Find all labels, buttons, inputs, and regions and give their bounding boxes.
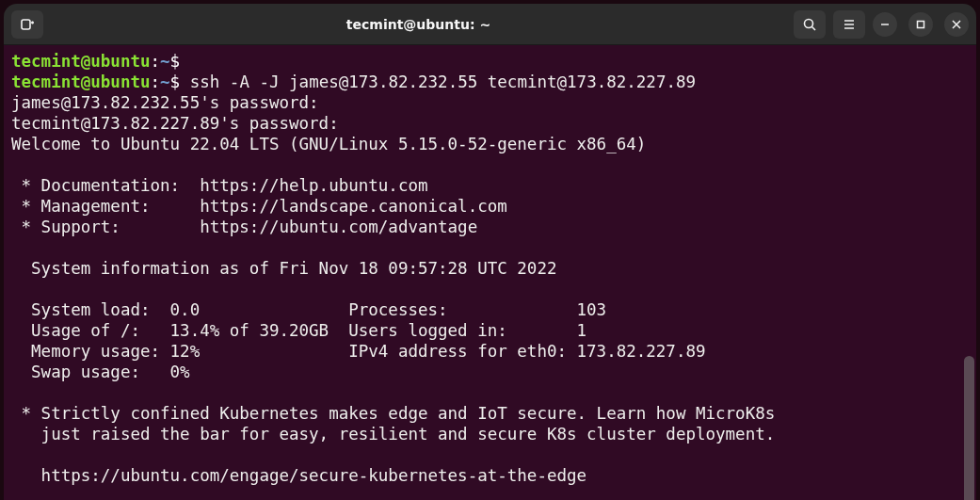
output-line: james@173.82.232.55's password: [11, 92, 969, 113]
titlebar: tecmint@ubuntu: ~ [4, 4, 976, 45]
svg-rect-2 [918, 21, 924, 27]
output-line: System information as of Fri Nov 18 09:5… [11, 258, 969, 279]
maximize-icon [916, 20, 925, 29]
output-line: just raised the bar for easy, resilient … [11, 424, 969, 444]
prompt-user: tecmint@ubuntu [11, 52, 151, 71]
terminal-output[interactable]: tecmint@ubuntu:~$ tecmint@ubuntu:~$ ssh … [4, 45, 976, 500]
output-line: tecmint@173.82.227.89's password: [11, 113, 969, 134]
scrollbar[interactable] [964, 356, 974, 500]
prompt-line: tecmint@ubuntu:~$ [11, 51, 969, 72]
output-line: * Management: https://landscape.canonica… [11, 196, 969, 217]
output-line: Usage of /: 13.4% of 39.20GB Users logge… [11, 320, 969, 341]
window-controls [873, 12, 969, 37]
command-text: ssh -A -J james@173.82.232.55 tecmint@17… [190, 73, 696, 91]
minimize-icon [880, 20, 890, 29]
output-line: https://ubuntu.com/engage/secure-kuberne… [11, 465, 969, 486]
output-line: Memory usage: 12% IPv4 address for eth0:… [11, 341, 969, 362]
output-line: System load: 0.0 Processes: 103 [11, 299, 969, 320]
maximize-button[interactable] [908, 12, 933, 37]
prompt-path: ~ [160, 73, 170, 91]
command-line: tecmint@ubuntu:~$ ssh -A -J james@173.82… [11, 72, 969, 92]
new-tab-button[interactable] [11, 10, 43, 39]
output-line: Welcome to Ubuntu 22.04 LTS (GNU/Linux 5… [11, 134, 969, 154]
output-line: * Strictly confined Kubernetes makes edg… [11, 403, 969, 424]
output-line: Swap usage: 0% [11, 362, 969, 382]
search-button[interactable] [794, 10, 826, 39]
window-title: tecmint@ubuntu: ~ [51, 17, 786, 32]
search-icon [802, 17, 817, 32]
svg-point-1 [805, 19, 813, 27]
minimize-button[interactable] [873, 12, 897, 37]
output-line: * Support: https://ubuntu.com/advantage [11, 217, 969, 237]
output-line: * Documentation: https://help.ubuntu.com [11, 175, 969, 196]
output-line [11, 279, 969, 299]
svg-rect-0 [22, 20, 30, 29]
output-line [11, 154, 969, 175]
new-tab-icon [20, 17, 35, 32]
close-icon [952, 20, 961, 29]
output-line [11, 444, 969, 465]
prompt-user: tecmint@ubuntu [11, 73, 151, 91]
close-button[interactable] [944, 12, 969, 37]
menu-button[interactable] [833, 10, 865, 39]
prompt-path: ~ [160, 52, 170, 71]
output-line [11, 382, 969, 403]
hamburger-icon [842, 17, 857, 32]
output-line [11, 237, 969, 258]
